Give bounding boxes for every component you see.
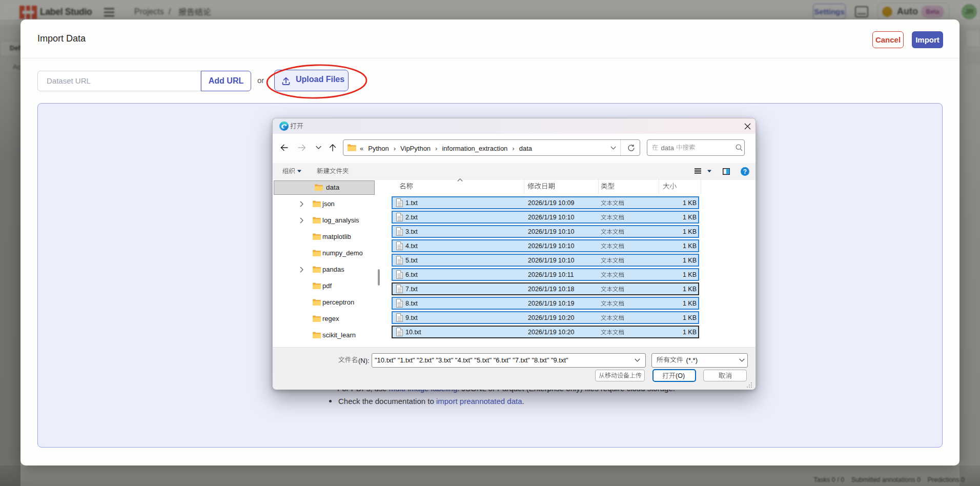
svg-text:?: ?: [743, 168, 746, 175]
